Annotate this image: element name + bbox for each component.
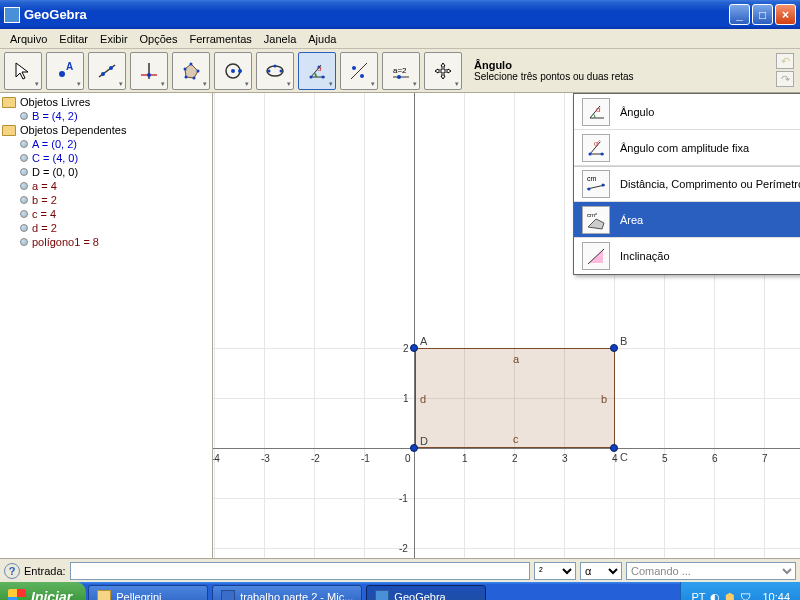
tool-move-view[interactable]: ▾ (424, 52, 462, 90)
tree-item[interactable]: b = 2 (2, 193, 210, 207)
windows-logo-icon (8, 589, 26, 600)
object-label: C = (4, 0) (32, 152, 78, 164)
tree-item[interactable]: B = (4, 2) (2, 109, 210, 123)
visibility-bullet-icon[interactable] (20, 140, 28, 148)
redo-button[interactable]: ↷ (776, 71, 794, 87)
tool-point[interactable]: A▾ (46, 52, 84, 90)
point-a-label: A (420, 335, 427, 347)
visibility-bullet-icon[interactable] (20, 238, 28, 246)
tool-line[interactable]: ▾ (88, 52, 126, 90)
svg-point-7 (147, 73, 151, 77)
dropdown-label: Ângulo com amplitude fixa (620, 142, 749, 154)
tree-item[interactable]: c = 4 (2, 207, 210, 221)
tree-item[interactable]: A = (0, 2) (2, 137, 210, 151)
task-label: trabalho parte 2 - Mic... (240, 591, 353, 600)
symbol-select[interactable]: α (580, 562, 622, 580)
tree-item[interactable]: D = (0, 0) (2, 165, 210, 179)
visibility-bullet-icon[interactable] (20, 168, 28, 176)
svg-point-24 (322, 75, 325, 78)
visibility-bullet-icon[interactable] (20, 154, 28, 162)
point-c[interactable] (610, 444, 618, 452)
visibility-bullet-icon[interactable] (20, 112, 28, 120)
point-b[interactable] (610, 344, 618, 352)
x-tick: -2 (311, 453, 320, 464)
tool-perpendicular[interactable]: ▾ (130, 52, 168, 90)
close-button[interactable]: × (775, 4, 796, 25)
svg-point-20 (274, 64, 277, 67)
graphics-view[interactable]: A B C D a b c d -4 -3 -2 -1 0 1 2 3 4 5 … (213, 93, 800, 558)
tray-icon[interactable]: 🛡 (740, 591, 751, 600)
folder-icon (97, 590, 111, 600)
object-label: c = 4 (32, 208, 56, 220)
maximize-button[interactable]: □ (752, 4, 773, 25)
command-select[interactable]: Comando ... (626, 562, 796, 580)
angle-icon: α (582, 98, 610, 126)
start-button[interactable]: Iniciar (0, 582, 86, 600)
tool-conic[interactable]: ▾ (256, 52, 294, 90)
visibility-bullet-icon[interactable] (20, 182, 28, 190)
tool-move[interactable]: ▾ (4, 52, 42, 90)
folder-dependent-objects[interactable]: Objetos Dependentes (2, 123, 210, 137)
y-tick: 1 (403, 393, 409, 404)
svg-text:cm²: cm² (587, 212, 597, 218)
minimize-button[interactable]: _ (729, 4, 750, 25)
tool-reflect[interactable]: ▾ (340, 52, 378, 90)
object-label: polígono1 = 8 (32, 236, 99, 248)
tray-icon[interactable]: ⬢ (725, 591, 735, 601)
x-tick: -3 (261, 453, 270, 464)
tray-icon[interactable]: ◐ (710, 591, 720, 601)
dropdown-label: Área (620, 214, 643, 226)
visibility-bullet-icon[interactable] (20, 196, 28, 204)
dropdown-item-slope[interactable]: Inclinação (574, 238, 800, 274)
svg-point-19 (280, 69, 283, 72)
menu-ajuda[interactable]: Ajuda (302, 31, 342, 47)
tree-item[interactable]: a = 4 (2, 179, 210, 193)
menu-exibir[interactable]: Exibir (94, 31, 134, 47)
visibility-bullet-icon[interactable] (20, 224, 28, 232)
help-icon[interactable]: ? (4, 563, 20, 579)
dropdown-item-area[interactable]: cm²Área (574, 202, 800, 238)
visibility-bullet-icon[interactable] (20, 210, 28, 218)
svg-point-3 (101, 72, 105, 76)
windows-taskbar: Iniciar Pellegrini trabalho parte 2 - Mi… (0, 582, 800, 600)
svg-point-43 (588, 188, 591, 191)
input-field[interactable] (70, 562, 530, 580)
tool-circle[interactable]: ▾ (214, 52, 252, 90)
object-label: D = (0, 0) (32, 166, 78, 178)
dropdown-item-angle-fixed[interactable]: α°Ângulo com amplitude fixa (574, 130, 800, 166)
tool-angle[interactable]: α▾ (298, 52, 336, 90)
folder-free-objects[interactable]: Objetos Livres (2, 95, 210, 109)
tree-item[interactable]: d = 2 (2, 221, 210, 235)
language-indicator[interactable]: PT (691, 591, 705, 600)
undo-button[interactable]: ↶ (776, 53, 794, 69)
taskbar-button[interactable]: GeoGebra (366, 585, 486, 600)
svg-point-28 (352, 66, 356, 70)
app-icon (4, 7, 20, 23)
menu-ferramentas[interactable]: Ferramentas (183, 31, 257, 47)
dropdown-item-angle[interactable]: αÂngulo (574, 94, 800, 130)
menu-editar[interactable]: Editar (53, 31, 94, 47)
clock[interactable]: 10:44 (762, 591, 790, 600)
menu-arquivo[interactable]: Arquivo (4, 31, 53, 47)
tool-polygon[interactable]: ▾ (172, 52, 210, 90)
window-titlebar: GeoGebra _ □ × (0, 0, 800, 29)
folder-dep-label: Objetos Dependentes (20, 124, 126, 136)
point-d[interactable] (410, 444, 418, 452)
tree-item[interactable]: C = (4, 0) (2, 151, 210, 165)
taskbar-button[interactable]: Pellegrini (88, 585, 208, 600)
distance-icon: cm (582, 170, 610, 198)
svg-point-38 (589, 152, 592, 155)
x-axis (213, 448, 800, 449)
svg-point-12 (185, 75, 188, 78)
menu-opcoes[interactable]: Opções (134, 31, 184, 47)
task-label: Pellegrini (116, 591, 161, 600)
exponent-select[interactable]: ² (534, 562, 576, 580)
menu-janela[interactable]: Janela (258, 31, 302, 47)
svg-text:a=2: a=2 (393, 66, 407, 75)
tree-item[interactable]: polígono1 = 8 (2, 235, 210, 249)
point-a[interactable] (410, 344, 418, 352)
tool-slider[interactable]: a=2▾ (382, 52, 420, 90)
taskbar-button[interactable]: trabalho parte 2 - Mic... (212, 585, 362, 600)
x-tick: 7 (762, 453, 768, 464)
dropdown-item-distance[interactable]: cmDistância, Comprimento ou Perímetro (574, 166, 800, 202)
